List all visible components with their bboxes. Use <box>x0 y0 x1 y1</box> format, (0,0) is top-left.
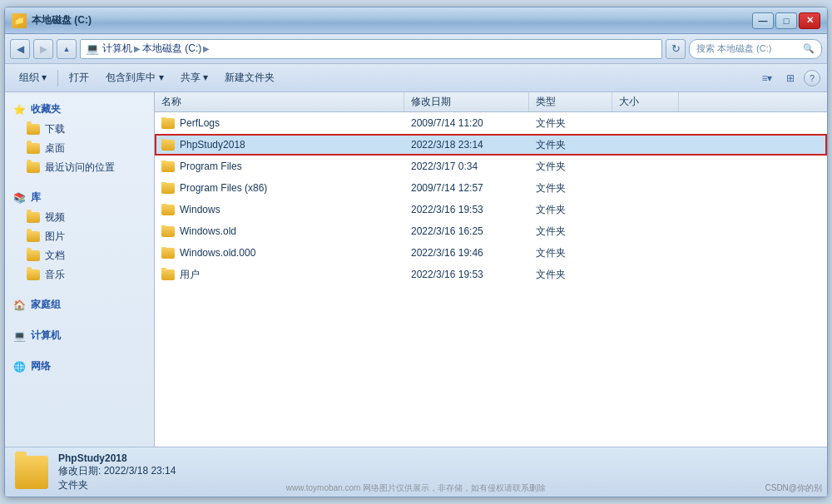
forward-button[interactable]: ▶ <box>33 39 53 59</box>
documents-label: 文档 <box>45 249 65 263</box>
folder-icon <box>161 248 175 259</box>
pictures-label: 图片 <box>45 230 65 244</box>
file-name: Program Files (x86) <box>180 182 267 194</box>
pictures-folder-icon <box>27 231 40 242</box>
downloads-label: 下载 <box>45 122 65 136</box>
new-folder-button[interactable]: 新建文件夹 <box>217 67 282 89</box>
favorites-label: 收藏夹 <box>31 102 61 116</box>
title-bar-icon: 📁 <box>12 13 27 28</box>
sidebar-item-video[interactable]: 视频 <box>5 208 154 227</box>
sidebar-network-header[interactable]: 🌐 网络 <box>5 356 154 377</box>
file-list: 名称 修改日期 类型 大小 PerfLogs2009/7/14 11:20文件夹… <box>155 92 827 447</box>
status-text: PhpStudy2018 修改日期: 2022/3/18 23:14 文件夹 <box>58 452 176 492</box>
file-cell-type: 文件夹 <box>529 225 612 239</box>
table-row[interactable]: Program Files2022/3/17 0:34文件夹 <box>155 156 827 177</box>
video-label: 视频 <box>45 210 65 225</box>
sidebar-item-documents[interactable]: 文档 <box>5 246 154 265</box>
organize-button[interactable]: 组织 ▾ <box>12 67 54 89</box>
file-name: Windows.old <box>180 225 236 237</box>
table-row[interactable]: Windows.old2022/3/16 16:25文件夹 <box>155 220 827 242</box>
file-name: Program Files <box>180 161 242 172</box>
share-button[interactable]: 共享 ▾ <box>173 67 215 89</box>
back-button[interactable]: ◀ <box>10 39 30 59</box>
view-window-button[interactable]: ⊞ <box>780 68 800 88</box>
file-cell-name: PerfLogs <box>155 117 404 129</box>
file-cell-type: 文件夹 <box>529 268 612 282</box>
folder-icon <box>161 269 175 280</box>
sidebar-item-pictures[interactable]: 图片 <box>5 227 154 246</box>
sidebar-computer-section: 💻 计算机 <box>5 325 154 346</box>
refresh-button[interactable]: ↻ <box>666 39 686 59</box>
minimize-button[interactable]: — <box>752 12 774 29</box>
sidebar-library-section: 📚 库 视频 图片 文档 音乐 <box>5 187 154 284</box>
file-rows-container: PerfLogs2009/7/14 11:20文件夹PhpStudy201820… <box>155 112 827 285</box>
file-cell-date: 2009/7/14 12:57 <box>404 182 529 194</box>
view-options-button[interactable]: ≡▾ <box>757 68 777 88</box>
table-row[interactable]: Windows2022/3/16 19:53文件夹 <box>155 199 827 220</box>
file-cell-type: 文件夹 <box>529 181 612 195</box>
breadcrumb-drive[interactable]: 本地磁盘 (C:) <box>142 42 201 56</box>
file-cell-name: 用户 <box>155 268 404 282</box>
sidebar-favorites-header[interactable]: ⭐ 收藏夹 <box>5 99 154 120</box>
recent-label: 最近访问的位置 <box>45 161 115 175</box>
music-folder-icon <box>27 269 40 280</box>
breadcrumb-computer[interactable]: 计算机 <box>102 42 132 56</box>
col-header-type[interactable]: 类型 <box>529 92 612 111</box>
col-header-modified[interactable]: 修改日期 <box>404 92 529 111</box>
sidebar-homegroup-section: 🏠 家庭组 <box>5 294 154 315</box>
address-breadcrumb: 计算机 ▶ 本地磁盘 (C:) ▶ <box>102 42 210 56</box>
sidebar-homegroup-header[interactable]: 🏠 家庭组 <box>5 294 154 315</box>
status-detail: 修改日期: 2022/3/18 23:14 <box>58 464 176 478</box>
sidebar-item-recent[interactable]: 最近访问的位置 <box>5 158 154 177</box>
sidebar-item-music[interactable]: 音乐 <box>5 265 154 284</box>
watermark: www.toymoban.com 网络图片仅供展示，非存储，如有侵权请联系删除 <box>286 482 546 494</box>
search-box[interactable]: 搜索 本地磁盘 (C:) 🔍 <box>689 39 822 59</box>
col-header-size[interactable]: 大小 <box>612 92 679 111</box>
file-cell-name: Windows <box>155 204 404 215</box>
file-cell-name: Program Files <box>155 161 404 172</box>
documents-folder-icon <box>27 250 40 261</box>
address-box[interactable]: 💻 计算机 ▶ 本地磁盘 (C:) ▶ <box>80 39 662 59</box>
file-cell-name: Program Files (x86) <box>155 182 404 194</box>
network-label: 网络 <box>31 359 51 373</box>
status-icon <box>15 456 48 489</box>
music-label: 音乐 <box>45 268 65 282</box>
video-folder-icon <box>27 212 40 223</box>
table-row[interactable]: Program Files (x86)2009/7/14 12:57文件夹 <box>155 177 827 199</box>
up-button[interactable]: ▲ <box>57 39 77 59</box>
close-button[interactable]: ✕ <box>799 12 820 29</box>
homegroup-label: 家庭组 <box>31 298 61 312</box>
file-name: Windows <box>180 204 220 215</box>
open-button[interactable]: 打开 <box>62 67 97 89</box>
help-button[interactable]: ? <box>804 70 820 86</box>
folder-icon <box>161 118 175 129</box>
title-bar-controls: — □ ✕ <box>752 12 820 29</box>
main-area: ⭐ 收藏夹 下载 桌面 最近访问的位置 📚 <box>5 92 827 447</box>
file-name: 用户 <box>180 268 200 282</box>
corner-text: CSDN@你的别 <box>765 482 823 494</box>
table-row[interactable]: PhpStudy20182022/3/18 23:14文件夹 <box>155 134 827 156</box>
desktop-folder-icon <box>27 143 40 154</box>
file-cell-date: 2022/3/18 23:14 <box>404 139 529 151</box>
col-header-name[interactable]: 名称 <box>155 92 404 111</box>
search-icon[interactable]: 🔍 <box>803 43 815 54</box>
folder-icon <box>161 205 175 215</box>
title-bar: 📁 本地磁盘 (C:) — □ ✕ <box>5 7 827 34</box>
file-cell-type: 文件夹 <box>529 203 612 217</box>
file-cell-type: 文件夹 <box>529 138 612 152</box>
include-library-button[interactable]: 包含到库中 ▾ <box>98 67 171 89</box>
folder-icon <box>161 226 175 237</box>
status-type: 文件夹 <box>58 478 176 492</box>
title-bar-text: 本地磁盘 (C:) <box>32 13 752 27</box>
table-row[interactable]: PerfLogs2009/7/14 11:20文件夹 <box>155 112 827 134</box>
sidebar-computer-header[interactable]: 💻 计算机 <box>5 325 154 346</box>
table-row[interactable]: Windows.old.0002022/3/16 19:46文件夹 <box>155 242 827 264</box>
sidebar-item-desktop[interactable]: 桌面 <box>5 139 154 158</box>
sidebar-library-header[interactable]: 📚 库 <box>5 187 154 208</box>
sidebar-item-downloads[interactable]: 下载 <box>5 120 154 139</box>
table-row[interactable]: 用户2022/3/16 19:53文件夹 <box>155 264 827 285</box>
sidebar-network-section: 🌐 网络 <box>5 356 154 377</box>
maximize-button[interactable]: □ <box>775 12 797 29</box>
toolbar-right: ≡▾ ⊞ ? <box>757 68 820 88</box>
homegroup-icon: 🏠 <box>13 299 26 311</box>
